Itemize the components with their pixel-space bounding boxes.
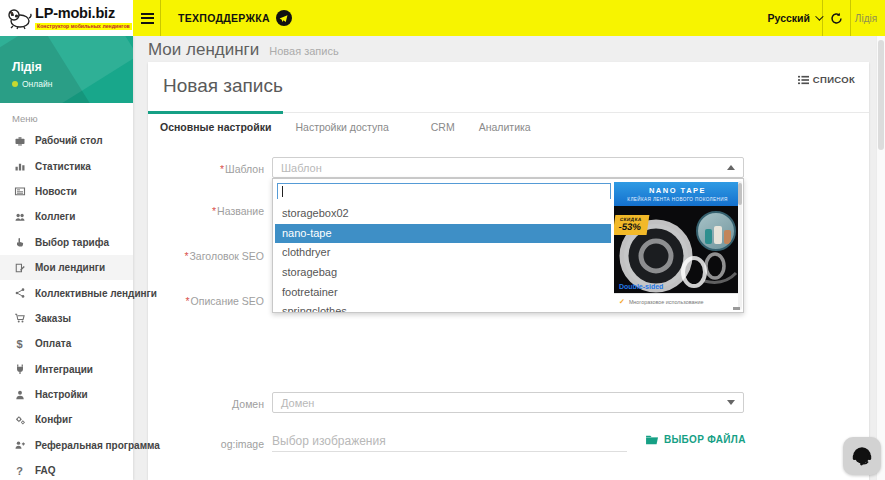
option-footretainer[interactable]: footretainer [275, 283, 611, 303]
option-nano-tape[interactable]: nano-tape [275, 224, 611, 244]
landing-icon [12, 262, 27, 274]
language-label: Русский [768, 12, 810, 24]
sidebar-item-orders[interactable]: Заказы [0, 306, 133, 331]
topbar-user-label: Лідія [855, 13, 877, 24]
sidebar-item-referral[interactable]: Реферальная программа [0, 433, 133, 458]
sidebar-item-settings[interactable]: Настройки [0, 382, 133, 407]
sidebar-user-status: Онлайн [12, 79, 52, 89]
gears-icon [12, 414, 27, 426]
preview-feature-text: Многоразовое использование [629, 299, 704, 305]
template-preview: NANO TAPE КЛЕЙКАЯ ЛЕНТА НОВОГО ПОКОЛЕНИЯ… [614, 182, 741, 309]
headset-icon [850, 444, 874, 468]
domain-field-label: Домен [148, 398, 264, 410]
topbar-divider [160, 0, 161, 36]
share-icon [12, 287, 27, 299]
discount-badge: СКИДКА -53% [614, 215, 650, 235]
dropdown-scrollbar-thumb[interactable] [738, 183, 742, 205]
preview-caption: Double-sided [619, 283, 663, 290]
preview-product-image: СКИДКА -53% Double-sided [614, 206, 741, 293]
sidebar-item-statistics[interactable]: Статистика [0, 153, 133, 178]
template-options-list: storagebox02 nano-tape clothdryer storag… [275, 204, 611, 312]
plug-icon [12, 363, 27, 375]
sidebar: Лідія Онлайн Меню Рабочий стол Статистик… [0, 36, 133, 480]
dropdown-search-input[interactable] [278, 187, 610, 201]
list-button[interactable]: СПИСОК [798, 74, 855, 85]
dropdown-resize-corner [733, 307, 740, 310]
preview-inset-photo [696, 211, 736, 251]
domain-select[interactable]: Домен [272, 392, 744, 413]
sidebar-item-faq[interactable]: ? FAQ [0, 458, 133, 480]
online-status-dot [12, 81, 18, 87]
sidebar-item-payment[interactable]: $ Оплата [0, 331, 133, 356]
dropdown-scrollbar[interactable] [738, 181, 742, 310]
caret-up-icon [727, 165, 735, 170]
sidebar-item-desktop[interactable]: Рабочий стол [0, 128, 133, 153]
tab-access-settings[interactable]: Настройки доступа [283, 113, 400, 142]
logo-tagline: Конструктор мобильных лендингов [35, 23, 132, 30]
template-dropdown: storagebox02 nano-tape clothdryer storag… [272, 178, 744, 313]
tab-main-settings[interactable]: Основные настройки [148, 113, 283, 142]
page-scrollbar-thumb[interactable] [878, 40, 884, 150]
preview-title: NANO TAPE [649, 186, 706, 195]
sidebar-item-config[interactable]: Конфиг [0, 407, 133, 432]
logo[interactable]: LP-mobi.biz Конструктор мобильных лендин… [0, 0, 133, 36]
card-title: Новая запись [163, 75, 283, 97]
text-cursor [282, 186, 283, 197]
option-storagebag[interactable]: storagebag [275, 263, 611, 283]
sidebar-item-collective-landings[interactable]: Коллективные лендинги [0, 280, 133, 305]
list-icon [798, 75, 809, 85]
option-clothdryer[interactable]: clothdryer [275, 243, 611, 263]
telegram-icon [276, 10, 292, 26]
seo-description-field-label: *Описание SEO [148, 295, 264, 307]
page-title: Мои лендинги [148, 40, 259, 60]
page-scrollbar[interactable] [876, 36, 885, 480]
hamburger-menu-icon[interactable] [138, 0, 156, 36]
sidebar-item-integrations[interactable]: Интеграции [0, 357, 133, 382]
sidebar-item-tariff[interactable]: Выбор тарифа [0, 230, 133, 255]
option-storagebox02[interactable]: storagebox02 [275, 204, 611, 224]
tab-bar: Основные настройки Настройки доступа CRM… [148, 112, 869, 142]
dog-logo-icon [6, 6, 32, 30]
page-header: Мои лендинги Новая запись [148, 40, 339, 60]
sidebar-user-panel: Лідія Онлайн [0, 36, 133, 103]
topbar-user-button[interactable]: Лідія [851, 0, 881, 36]
template-field-label: *Шаблон [148, 163, 264, 175]
choose-file-button[interactable]: ВЫБОР ФАЙЛА [645, 434, 746, 445]
online-status-label: Онлайн [22, 79, 52, 89]
check-icon: ✓ [619, 298, 625, 306]
seo-title-field-label: *Заголовок SEO [148, 250, 264, 262]
dropdown-search[interactable] [277, 183, 611, 199]
refresh-button[interactable] [823, 0, 849, 36]
folder-icon [645, 434, 659, 445]
menu-section-label: Меню [0, 103, 133, 128]
language-selector[interactable]: Русский [768, 0, 821, 36]
tab-crm[interactable]: CRM [419, 113, 467, 142]
support-label: ТЕХПОДДЕРЖКА [178, 12, 270, 24]
user-icon [12, 389, 27, 401]
refresh-icon [830, 12, 843, 25]
topbar: LP-mobi.biz Конструктор мобильных лендин… [0, 0, 885, 36]
og-image-placeholder: Выбор изображения [272, 434, 386, 448]
support-chat-button[interactable] [843, 437, 881, 475]
sidebar-item-my-landings[interactable]: Мои лендинги [0, 255, 133, 280]
sidebar-item-colleagues[interactable]: Коллеги [0, 204, 133, 229]
question-icon: ? [12, 465, 27, 477]
support-button[interactable]: ТЕХПОДДЕРЖКА [178, 0, 292, 36]
breadcrumb: Новая запись [269, 45, 338, 57]
preview-feature-row: ✓ Многоразовое использование [614, 293, 741, 309]
og-image-field-label: og:image [148, 438, 264, 450]
caret-down-icon [727, 400, 735, 405]
news-icon [12, 185, 27, 197]
tab-analytics[interactable]: Аналитика [467, 113, 543, 142]
logo-title: LP-mobi.biz [35, 6, 132, 21]
sidebar-item-news[interactable]: Новости [0, 179, 133, 204]
chart-icon [12, 160, 27, 172]
user-plus-icon [12, 439, 27, 451]
app-root: LP-mobi.biz Конструктор мобильных лендин… [0, 0, 885, 480]
template-select[interactable]: Шаблон [272, 157, 744, 178]
og-image-input[interactable]: Выбор изображения [272, 430, 627, 452]
cart-icon [12, 312, 27, 324]
option-springclothes[interactable]: springclothes [275, 302, 611, 312]
dollar-icon: $ [12, 338, 27, 350]
desktop-icon [12, 135, 27, 147]
